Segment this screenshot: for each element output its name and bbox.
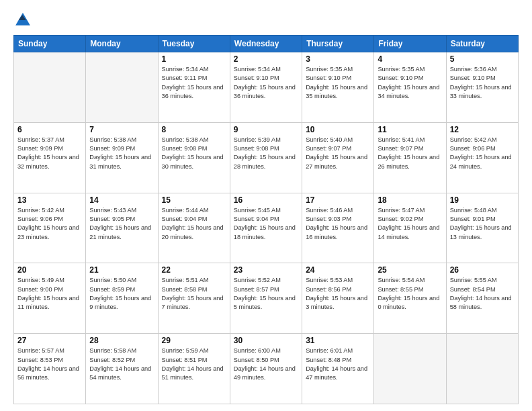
day-cell: 12Sunrise: 5:42 AM Sunset: 9:06 PM Dayli… — [446, 122, 518, 193]
day-cell: 24Sunrise: 5:53 AM Sunset: 8:56 PM Dayli… — [302, 263, 374, 334]
day-cell: 20Sunrise: 5:49 AM Sunset: 9:00 PM Dayli… — [14, 263, 86, 334]
day-info: Sunrise: 5:51 AM Sunset: 8:58 PM Dayligh… — [162, 276, 226, 312]
day-info: Sunrise: 5:46 AM Sunset: 9:03 PM Dayligh… — [306, 206, 370, 242]
day-info: Sunrise: 5:49 AM Sunset: 9:00 PM Dayligh… — [17, 276, 82, 312]
day-info: Sunrise: 5:38 AM Sunset: 9:09 PM Dayligh… — [89, 136, 154, 171]
day-cell: 14Sunrise: 5:43 AM Sunset: 9:05 PM Dayli… — [86, 193, 158, 263]
day-info: Sunrise: 5:44 AM Sunset: 9:04 PM Dayligh… — [162, 206, 226, 242]
day-number: 23 — [234, 265, 298, 275]
day-info: Sunrise: 5:59 AM Sunset: 8:51 PM Dayligh… — [162, 347, 226, 382]
day-number: 20 — [17, 265, 82, 275]
day-info: Sunrise: 5:42 AM Sunset: 9:06 PM Dayligh… — [450, 136, 515, 171]
day-cell: 4Sunrise: 5:35 AM Sunset: 9:10 PM Daylig… — [374, 52, 446, 123]
day-number: 13 — [17, 195, 82, 205]
day-info: Sunrise: 5:52 AM Sunset: 8:57 PM Dayligh… — [234, 276, 298, 312]
day-cell: 27Sunrise: 5:57 AM Sunset: 8:53 PM Dayli… — [14, 334, 86, 404]
day-number: 14 — [89, 195, 154, 205]
day-number: 31 — [306, 336, 370, 345]
day-number: 29 — [162, 336, 226, 345]
day-cell — [14, 52, 86, 123]
day-number: 16 — [234, 195, 298, 205]
day-cell: 21Sunrise: 5:50 AM Sunset: 8:59 PM Dayli… — [86, 263, 158, 334]
day-number: 6 — [17, 125, 82, 134]
day-cell: 17Sunrise: 5:46 AM Sunset: 9:03 PM Dayli… — [302, 193, 374, 263]
logo-icon — [13, 11, 32, 30]
day-number: 1 — [162, 54, 226, 64]
day-number: 3 — [306, 54, 370, 64]
day-info: Sunrise: 5:55 AM Sunset: 8:54 PM Dayligh… — [450, 276, 515, 312]
day-info: Sunrise: 6:00 AM Sunset: 8:50 PM Dayligh… — [234, 347, 298, 382]
day-number: 22 — [162, 265, 226, 275]
day-info: Sunrise: 5:35 AM Sunset: 9:10 PM Dayligh… — [306, 65, 370, 101]
day-info: Sunrise: 5:35 AM Sunset: 9:10 PM Dayligh… — [378, 65, 442, 101]
day-info: Sunrise: 5:40 AM Sunset: 9:07 PM Dayligh… — [306, 136, 370, 171]
day-cell — [86, 52, 158, 123]
day-info: Sunrise: 5:42 AM Sunset: 9:06 PM Dayligh… — [17, 206, 82, 242]
weekday-wednesday: Wednesday — [230, 36, 302, 52]
header — [13, 11, 519, 30]
day-cell: 7Sunrise: 5:38 AM Sunset: 9:09 PM Daylig… — [86, 122, 158, 193]
day-number: 9 — [234, 125, 298, 134]
weekday-thursday: Thursday — [302, 36, 374, 52]
day-info: Sunrise: 5:41 AM Sunset: 9:07 PM Dayligh… — [378, 136, 442, 171]
day-number: 7 — [89, 125, 154, 134]
day-cell: 30Sunrise: 6:00 AM Sunset: 8:50 PM Dayli… — [230, 334, 302, 404]
day-info: Sunrise: 5:39 AM Sunset: 9:08 PM Dayligh… — [234, 136, 298, 171]
day-cell: 8Sunrise: 5:38 AM Sunset: 9:08 PM Daylig… — [158, 122, 230, 193]
day-number: 17 — [306, 195, 370, 205]
day-cell: 1Sunrise: 5:34 AM Sunset: 9:11 PM Daylig… — [158, 52, 230, 123]
day-number: 21 — [89, 265, 154, 275]
day-cell: 19Sunrise: 5:48 AM Sunset: 9:01 PM Dayli… — [446, 193, 518, 263]
week-row-5: 27Sunrise: 5:57 AM Sunset: 8:53 PM Dayli… — [14, 334, 519, 404]
day-info: Sunrise: 5:48 AM Sunset: 9:01 PM Dayligh… — [450, 206, 515, 242]
day-cell — [446, 334, 518, 404]
weekday-friday: Friday — [374, 36, 446, 52]
day-cell — [374, 334, 446, 404]
day-number: 12 — [450, 125, 515, 134]
day-cell: 28Sunrise: 5:58 AM Sunset: 8:52 PM Dayli… — [86, 334, 158, 404]
logo — [13, 11, 35, 30]
day-cell: 16Sunrise: 5:45 AM Sunset: 9:04 PM Dayli… — [230, 193, 302, 263]
day-cell: 23Sunrise: 5:52 AM Sunset: 8:57 PM Dayli… — [230, 263, 302, 334]
day-cell: 31Sunrise: 6:01 AM Sunset: 8:48 PM Dayli… — [302, 334, 374, 404]
day-cell: 3Sunrise: 5:35 AM Sunset: 9:10 PM Daylig… — [302, 52, 374, 123]
week-row-4: 20Sunrise: 5:49 AM Sunset: 9:00 PM Dayli… — [14, 263, 519, 334]
day-info: Sunrise: 5:45 AM Sunset: 9:04 PM Dayligh… — [234, 206, 298, 242]
day-cell: 25Sunrise: 5:54 AM Sunset: 8:55 PM Dayli… — [374, 263, 446, 334]
day-cell: 13Sunrise: 5:42 AM Sunset: 9:06 PM Dayli… — [14, 193, 86, 263]
calendar-body: 1Sunrise: 5:34 AM Sunset: 9:11 PM Daylig… — [14, 52, 519, 404]
day-info: Sunrise: 5:37 AM Sunset: 9:09 PM Dayligh… — [17, 136, 82, 171]
calendar-table: SundayMondayTuesdayWednesdayThursdayFrid… — [13, 35, 519, 404]
day-info: Sunrise: 5:57 AM Sunset: 8:53 PM Dayligh… — [17, 347, 82, 382]
weekday-monday: Monday — [86, 36, 158, 52]
day-number: 25 — [378, 265, 442, 275]
week-row-3: 13Sunrise: 5:42 AM Sunset: 9:06 PM Dayli… — [14, 193, 519, 263]
day-info: Sunrise: 5:54 AM Sunset: 8:55 PM Dayligh… — [378, 276, 442, 312]
weekday-sunday: Sunday — [14, 36, 86, 52]
day-info: Sunrise: 5:43 AM Sunset: 9:05 PM Dayligh… — [89, 206, 154, 242]
day-info: Sunrise: 5:36 AM Sunset: 9:10 PM Dayligh… — [450, 65, 515, 101]
day-info: Sunrise: 5:34 AM Sunset: 9:11 PM Dayligh… — [162, 65, 226, 101]
day-number: 5 — [450, 54, 515, 64]
day-number: 11 — [378, 125, 442, 134]
week-row-1: 1Sunrise: 5:34 AM Sunset: 9:11 PM Daylig… — [14, 52, 519, 123]
weekday-saturday: Saturday — [446, 36, 518, 52]
day-number: 26 — [450, 265, 515, 275]
weekday-tuesday: Tuesday — [158, 36, 230, 52]
day-number: 30 — [234, 336, 298, 345]
day-cell: 15Sunrise: 5:44 AM Sunset: 9:04 PM Dayli… — [158, 193, 230, 263]
day-info: Sunrise: 6:01 AM Sunset: 8:48 PM Dayligh… — [306, 347, 370, 382]
day-cell: 26Sunrise: 5:55 AM Sunset: 8:54 PM Dayli… — [446, 263, 518, 334]
day-number: 28 — [89, 336, 154, 345]
day-info: Sunrise: 5:58 AM Sunset: 8:52 PM Dayligh… — [89, 347, 154, 382]
day-cell: 5Sunrise: 5:36 AM Sunset: 9:10 PM Daylig… — [446, 52, 518, 123]
day-number: 2 — [234, 54, 298, 64]
day-info: Sunrise: 5:50 AM Sunset: 8:59 PM Dayligh… — [89, 276, 154, 312]
week-row-2: 6Sunrise: 5:37 AM Sunset: 9:09 PM Daylig… — [14, 122, 519, 193]
day-number: 10 — [306, 125, 370, 134]
day-number: 4 — [378, 54, 442, 64]
day-info: Sunrise: 5:53 AM Sunset: 8:56 PM Dayligh… — [306, 276, 370, 312]
day-cell: 22Sunrise: 5:51 AM Sunset: 8:58 PM Dayli… — [158, 263, 230, 334]
page: SundayMondayTuesdayWednesdayThursdayFrid… — [0, 0, 532, 411]
day-info: Sunrise: 5:38 AM Sunset: 9:08 PM Dayligh… — [162, 136, 226, 171]
